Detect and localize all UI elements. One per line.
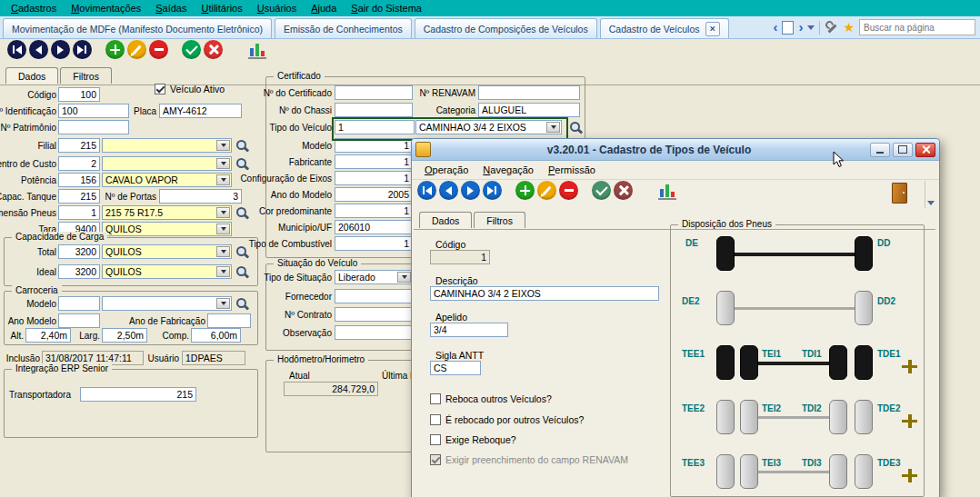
potencia-combo[interactable]: CAVALO VAPOR (102, 173, 232, 187)
capac-tanque-input[interactable]: 215 (58, 189, 100, 204)
veiculo-ativo-checkbox[interactable]: Veículo Ativo (155, 84, 225, 94)
delete-record-button[interactable] (149, 40, 168, 59)
e-rebocado-checkbox[interactable]: É rebocado por outros Veículos? (430, 414, 584, 425)
ano-do-modelo-input[interactable]: 2005 (335, 187, 413, 202)
ideal-combo[interactable]: QUILOS (102, 264, 232, 279)
centro-custo-combo[interactable] (102, 156, 232, 171)
categoria-input[interactable]: ALUGUEL (478, 103, 580, 117)
tab-dados[interactable]: Dados (419, 212, 472, 228)
chart-button[interactable] (247, 41, 267, 59)
tire-de2[interactable] (716, 291, 735, 325)
chevron-down-icon[interactable] (397, 272, 411, 283)
tire-tee3[interactable] (716, 454, 735, 489)
insert-record-button[interactable] (515, 181, 535, 200)
tire-tde2[interactable] (855, 400, 873, 434)
patrimonio-input[interactable] (58, 120, 129, 134)
chevron-down-icon[interactable] (216, 140, 230, 151)
ideal-code-input[interactable]: 3200 (58, 264, 100, 279)
tire-tdi3[interactable] (829, 454, 847, 489)
tire-tee2[interactable] (716, 400, 735, 434)
tipo-situacao-combo[interactable]: Liberado (335, 270, 413, 284)
centro-custo-lookup-icon[interactable] (235, 157, 249, 171)
fabricante-code-input[interactable]: 1 (335, 154, 413, 169)
cancel-button[interactable] (204, 40, 223, 59)
confirm-button[interactable] (182, 40, 201, 59)
wrench-icon[interactable] (825, 21, 838, 35)
tire-de[interactable] (716, 236, 735, 271)
carroceria-modelo-combo[interactable] (102, 296, 232, 311)
last-record-button[interactable] (483, 181, 502, 200)
menu-item-operacao[interactable]: Operação (417, 164, 475, 176)
toolbar-overflow-button[interactable] (925, 181, 936, 208)
tipo-veiculo-combo[interactable]: CAMINHAO 3/4 2 EIXOS (415, 120, 562, 134)
filial-code-input[interactable]: 215 (58, 138, 100, 153)
dialog-title-bar[interactable]: v3.20.01 - Cadastro de Tipos de Veículo (412, 139, 939, 161)
tire-tde3[interactable] (855, 454, 873, 489)
chevron-down-icon[interactable] (546, 122, 560, 133)
carroceria-modelo-lookup-icon[interactable] (235, 297, 249, 311)
apelido-input[interactable]: 3/4 (430, 323, 508, 337)
tipo-veiculo-lookup-icon[interactable] (569, 121, 583, 134)
first-record-button[interactable] (417, 181, 436, 200)
filial-combo[interactable] (102, 138, 232, 153)
maximize-button[interactable] (893, 143, 913, 157)
tire-tdi2[interactable] (829, 400, 847, 434)
dimensao-pneus-lookup-icon[interactable] (235, 206, 249, 220)
search-input[interactable] (859, 19, 975, 35)
menu-item-ajuda[interactable]: Ajuda (304, 2, 344, 15)
axle-lift-icon[interactable] (902, 414, 917, 428)
cor-code-input[interactable]: 1 (335, 204, 413, 218)
tab-filtros[interactable]: Filtros (60, 67, 112, 84)
descricao-input[interactable]: CAMINHAO 3/4 2 EIXOS (430, 286, 659, 301)
tab-cadastro-composicoes[interactable]: Cadastro de Composições de Veículos (415, 18, 597, 38)
sigla-antt-input[interactable]: CS (430, 361, 481, 375)
tab-movimentacao-mdfe[interactable]: Movimentação de MDFe (Manifesto Document… (3, 18, 272, 38)
tire-tee1[interactable] (716, 345, 735, 380)
fornecedor-input[interactable] (335, 289, 413, 303)
first-record-button[interactable] (7, 40, 26, 59)
renavam-input[interactable] (478, 85, 580, 100)
favorite-star-icon[interactable]: ★ (843, 21, 855, 34)
config-eixos-code-input[interactable]: 1 (335, 171, 413, 185)
chevron-down-icon[interactable] (807, 25, 815, 30)
ano-modelo-input[interactable] (58, 313, 100, 328)
tire-tde1[interactable] (855, 345, 873, 380)
edit-record-button[interactable] (537, 181, 556, 200)
axle-lift-icon[interactable] (902, 469, 917, 482)
close-button[interactable] (915, 143, 935, 157)
tab-cadastro-veiculos[interactable]: Cadastro de Veículos (600, 18, 729, 38)
modelo-code-input[interactable]: 1 (335, 138, 413, 153)
chevron-down-icon[interactable] (216, 207, 230, 218)
next-record-button[interactable] (51, 40, 70, 59)
municipio-uf-input[interactable]: 206010 (335, 220, 413, 234)
chevron-down-icon[interactable] (216, 298, 230, 309)
chevron-down-icon[interactable] (216, 246, 230, 257)
tara-combo[interactable]: QUILOS (102, 222, 232, 236)
tire-tei1[interactable] (740, 345, 758, 380)
chassi-input[interactable] (335, 103, 413, 117)
axle-lift-icon[interactable] (902, 360, 917, 373)
menu-item-usuarios[interactable]: Usuários (250, 2, 304, 15)
tipo-veiculo-code-input[interactable]: 1 (335, 120, 415, 134)
exige-reboque-checkbox[interactable]: Exige Reboque? (430, 434, 516, 445)
insert-record-button[interactable] (105, 40, 125, 59)
page-icon[interactable] (782, 21, 794, 35)
ano-fabricacao-input[interactable] (207, 313, 251, 328)
chevron-down-icon[interactable] (216, 158, 230, 169)
total-combo[interactable]: QUILOS (102, 244, 232, 259)
combustivel-code-input[interactable]: 1 (335, 236, 413, 251)
codigo-input[interactable]: 100 (58, 87, 100, 102)
ideal-lookup-icon[interactable] (235, 265, 249, 279)
minimize-button[interactable] (870, 143, 890, 157)
menu-item-utilitarios[interactable]: Utilitários (194, 2, 249, 15)
tire-tei2[interactable] (740, 400, 758, 434)
back-chevron-icon[interactable]: ‹ (773, 22, 777, 33)
tab-dados[interactable]: Dados (5, 67, 58, 84)
total-code-input[interactable]: 3200 (58, 244, 100, 259)
tire-dd[interactable] (855, 236, 873, 271)
chevron-down-icon[interactable] (216, 224, 230, 234)
cancel-button[interactable] (614, 181, 633, 200)
tire-tei3[interactable] (740, 454, 758, 489)
transportadora-input[interactable]: 215 (80, 387, 196, 402)
previous-record-button[interactable] (29, 40, 48, 59)
